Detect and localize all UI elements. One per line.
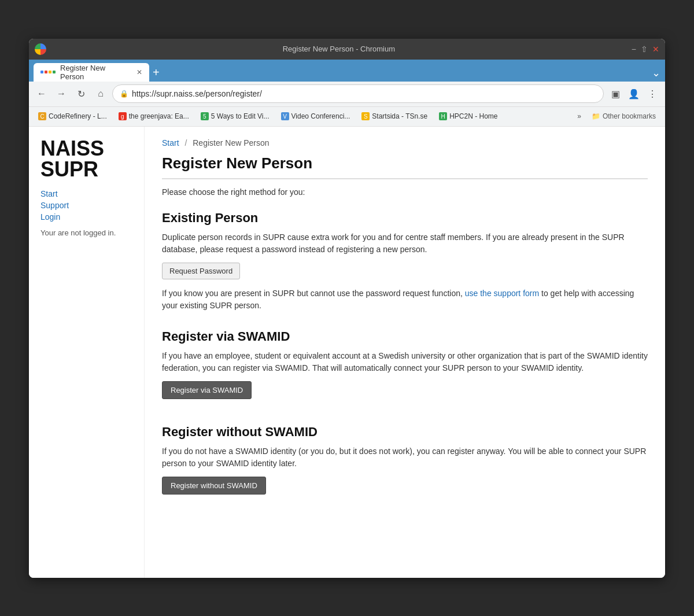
register-without-swamid-button[interactable]: Register without SWAMID xyxy=(162,477,266,495)
bookmark-favicon-videoconf: V xyxy=(281,112,289,120)
bookmark-label-hpc2n: HPC2N - Home xyxy=(449,112,497,120)
address-bar[interactable]: 🔒 https://supr.naiss.se/person/register/ xyxy=(112,84,604,103)
extensions-btn[interactable]: ▣ xyxy=(607,86,623,102)
bookmark-tsn[interactable]: S Startsida - TSn.se xyxy=(357,110,432,122)
bookmarks-bar: C CodeRefinery - L... g the greenjava: E… xyxy=(29,107,665,127)
bookmark-favicon-greenjava: g xyxy=(119,112,127,120)
nav-bar: ← → ↻ ⌂ 🔒 https://supr.naiss.se/person/r… xyxy=(29,82,665,107)
chromium-icon xyxy=(35,43,46,55)
profile-btn[interactable]: 👤 xyxy=(626,86,642,102)
login-status: Your are not logged in. xyxy=(40,228,132,237)
tab-favicon xyxy=(40,71,56,73)
tab-label: Register New Person xyxy=(60,64,130,81)
forward-btn[interactable]: → xyxy=(53,86,69,102)
browser-window: Register New Person - Chromium − ⇧ ✕ Reg… xyxy=(29,39,665,578)
sidebar: NAISS SUPR Start Support Login Your are … xyxy=(29,127,145,578)
register-swamid-text: If you have an employee, student or equi… xyxy=(162,350,648,374)
bookmark-favicon-hpc2n: H xyxy=(439,112,447,120)
support-form-link[interactable]: use the support form xyxy=(465,289,539,298)
bookmark-label-tsn: Startsida - TSn.se xyxy=(372,112,427,120)
active-tab[interactable]: Register New Person ✕ xyxy=(34,63,149,82)
register-swamid-title: Register via SWAMID xyxy=(162,329,648,344)
logo-line1: NAISS xyxy=(40,138,132,159)
bookmark-coderefinery[interactable]: C CodeRefinery - L... xyxy=(34,110,112,122)
bookmark-favicon-5ways: 5 xyxy=(201,112,209,120)
titlebar: Register New Person - Chromium − ⇧ ✕ xyxy=(29,39,665,60)
new-tab-btn[interactable]: + xyxy=(153,66,160,82)
page-content: NAISS SUPR Start Support Login Your are … xyxy=(29,127,665,578)
logo-line2: SUPR xyxy=(40,159,132,180)
home-btn[interactable]: ⌂ xyxy=(93,86,109,102)
bookmark-label-5ways: 5 Ways to Edit Vi... xyxy=(211,112,270,120)
maximize-btn[interactable]: ⇧ xyxy=(641,45,648,54)
nav-right-icons: ▣ 👤 ⋮ xyxy=(607,86,660,102)
bookmarks-more-btn[interactable]: » xyxy=(574,110,585,122)
minimize-btn[interactable]: − xyxy=(632,45,636,54)
bookmark-label-videoconf: Video Conferenci... xyxy=(291,112,350,120)
menu-btn[interactable]: ⋮ xyxy=(644,86,660,102)
section-register-swamid: Register via SWAMID If you have an emplo… xyxy=(162,329,648,407)
request-password-button[interactable]: Request Password xyxy=(162,263,240,279)
register-no-swamid-title: Register without SWAMID xyxy=(162,425,648,440)
lock-icon: 🔒 xyxy=(120,90,128,98)
sidebar-item-start[interactable]: Start xyxy=(40,189,132,198)
close-btn[interactable]: ✕ xyxy=(652,45,659,54)
bookmark-favicon-tsn: S xyxy=(361,112,370,120)
breadcrumb-current: Register New Person xyxy=(193,138,269,147)
existing-person-extra: If you know you are present in SUPR but … xyxy=(162,287,648,312)
bookmark-favicon-coderefinery: C xyxy=(38,112,46,120)
folder-label: Other bookmarks xyxy=(603,112,656,120)
titlebar-controls[interactable]: − ⇧ ✕ xyxy=(632,45,659,54)
bookmark-videoconf[interactable]: V Video Conferenci... xyxy=(276,110,355,122)
folder-icon: 📁 xyxy=(592,112,600,120)
main-content: Start / Register New Person Register New… xyxy=(145,127,665,578)
back-btn[interactable]: ← xyxy=(34,86,50,102)
tab-close-btn[interactable]: ✕ xyxy=(136,68,142,76)
bookmark-label-greenjava: the greenjava: Ea... xyxy=(129,112,189,120)
existing-person-text: Duplicate person records in SUPR cause e… xyxy=(162,231,648,256)
existing-person-title: Existing Person xyxy=(162,211,648,226)
tab-bar-menu[interactable]: ⌄ xyxy=(652,67,660,82)
breadcrumb-start[interactable]: Start xyxy=(162,138,179,147)
sidebar-nav: Start Support Login xyxy=(40,189,132,222)
url-text: https://supr.naiss.se/person/register/ xyxy=(132,89,596,98)
intro-text: Please choose the right method for you: xyxy=(162,187,648,197)
sidebar-item-login[interactable]: Login xyxy=(40,212,132,222)
bookmark-5ways[interactable]: 5 5 Ways to Edit Vi... xyxy=(196,110,274,122)
section-register-no-swamid: Register without SWAMID If you do not ha… xyxy=(162,425,648,503)
breadcrumb-separator: / xyxy=(184,138,187,147)
extra-text-before: If you know you are present in SUPR but … xyxy=(162,289,465,298)
section-existing-person: Existing Person Duplicate person records… xyxy=(162,211,648,312)
sidebar-item-support[interactable]: Support xyxy=(40,201,132,210)
register-no-swamid-text: If you do not have a SWAMID identity (or… xyxy=(162,445,648,470)
bookmark-hpc2n[interactable]: H HPC2N - Home xyxy=(434,110,502,122)
bookmarks-other-folder[interactable]: 📁 Other bookmarks xyxy=(587,110,660,122)
bookmark-greenjava[interactable]: g the greenjava: Ea... xyxy=(114,110,194,122)
tab-bar: Register New Person ✕ + ⌄ xyxy=(29,60,665,82)
window-title: Register New Person - Chromium xyxy=(46,45,632,53)
bookmark-label-coderefinery: CodeRefinery - L... xyxy=(49,112,107,120)
site-logo: NAISS SUPR xyxy=(40,138,132,180)
reload-btn[interactable]: ↻ xyxy=(73,86,89,102)
breadcrumb: Start / Register New Person xyxy=(162,138,648,147)
register-via-swamid-button[interactable]: Register via SWAMID xyxy=(162,381,252,399)
page-title: Register New Person xyxy=(162,154,648,179)
